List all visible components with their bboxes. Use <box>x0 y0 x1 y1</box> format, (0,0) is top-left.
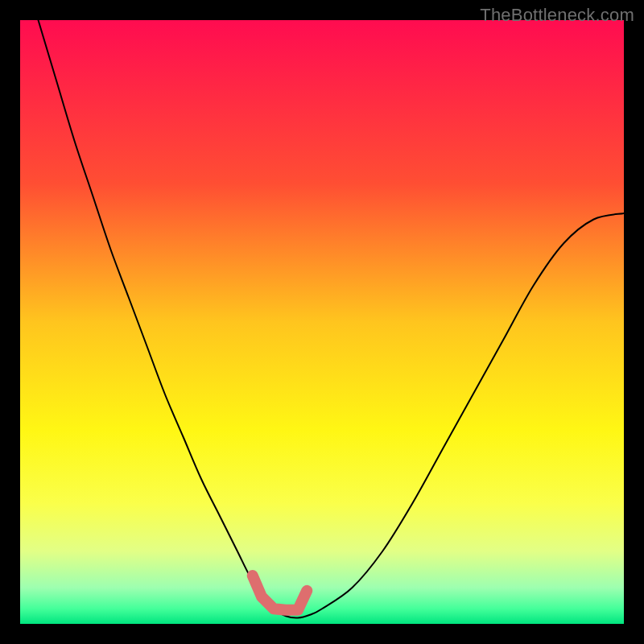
watermark-text: TheBottleneck.com <box>480 5 634 26</box>
chart-frame: TheBottleneck.com <box>0 0 644 644</box>
bottleneck-plot <box>20 20 624 624</box>
gradient-background <box>20 20 624 624</box>
